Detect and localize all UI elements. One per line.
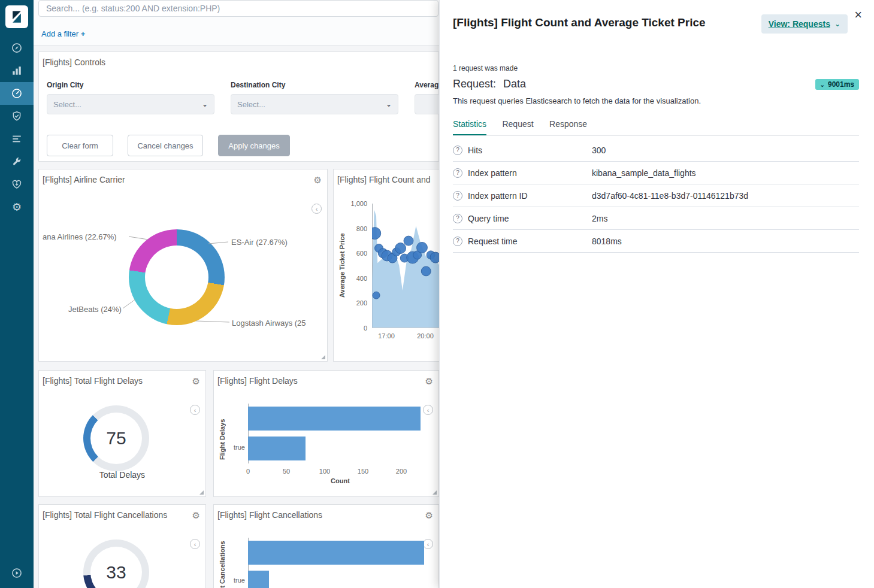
search-input[interactable] bbox=[38, 0, 438, 17]
duration-value: 9001ms bbox=[828, 80, 854, 89]
sidebar-item-management[interactable]: ⚙ bbox=[0, 196, 34, 219]
origin-city-select[interactable]: Select... ⌄ bbox=[47, 94, 214, 114]
wrench-icon bbox=[12, 157, 22, 167]
gear-icon[interactable]: ⚙ bbox=[314, 175, 322, 184]
category-label-true: true bbox=[228, 444, 245, 451]
chevron-down-icon: ⌄ bbox=[202, 100, 208, 108]
sidebar-item-dashboard[interactable] bbox=[0, 82, 34, 105]
destination-city-select[interactable]: Select... ⌄ bbox=[231, 94, 398, 114]
sidebar-item-visualize[interactable] bbox=[0, 59, 34, 82]
stat-label: Query time bbox=[468, 214, 592, 223]
heart-icon bbox=[11, 179, 22, 190]
select-placeholder: Select... bbox=[237, 100, 265, 109]
add-filter-link[interactable]: Add a filter + bbox=[41, 29, 85, 38]
stat-label: Index pattern bbox=[468, 168, 592, 178]
request-summary: 1 request was made bbox=[453, 64, 518, 72]
slice-label-kibana-airlines: ana Airlines (22.67%) bbox=[43, 232, 117, 241]
gear-icon[interactable]: ⚙ bbox=[425, 377, 433, 386]
ticket-chart-svg[interactable] bbox=[372, 204, 440, 328]
panel-controls: [Flights] Controls Origin City Select...… bbox=[38, 51, 439, 162]
bar[interactable] bbox=[248, 541, 424, 565]
statistics-table: ? Hits 300 ? Index pattern kibana_sample… bbox=[453, 139, 859, 253]
slice-label-es-air: ES-Air (27.67%) bbox=[231, 238, 288, 247]
tab-request[interactable]: Request bbox=[502, 119, 533, 134]
delays-gauge-value: 75 bbox=[83, 405, 149, 471]
panel-total-flight-delays: [Flights] Total Flight Delays ⚙ ‹ 75 Tot… bbox=[38, 370, 206, 497]
view-requests-dropdown[interactable]: View: Requests ⌄ bbox=[761, 14, 848, 34]
delays-bars bbox=[248, 404, 428, 463]
panel-title: [Flights] Total Flight Cancellations bbox=[43, 510, 167, 520]
sidebar-item-timelion[interactable] bbox=[0, 128, 34, 150]
shield-icon bbox=[11, 111, 22, 122]
table-row: ? Query time 2ms bbox=[453, 207, 859, 230]
stat-label: Index pattern ID bbox=[468, 191, 592, 201]
origin-city-label: Origin City bbox=[47, 81, 83, 89]
tab-response[interactable]: Response bbox=[549, 119, 587, 134]
legend-toggle-icon[interactable]: ‹ bbox=[312, 204, 322, 214]
sidebar-collapse-button[interactable] bbox=[0, 562, 34, 584]
request-name: Data bbox=[503, 78, 526, 90]
kibana-logo[interactable] bbox=[5, 5, 28, 28]
gear-icon: ⚙ bbox=[12, 202, 22, 213]
question-icon[interactable]: ? bbox=[453, 146, 462, 155]
table-row: ? Hits 300 bbox=[453, 139, 859, 162]
chevron-down-icon: ⌄ bbox=[386, 100, 392, 108]
legend-toggle-icon[interactable]: ‹ bbox=[190, 405, 200, 415]
panel-total-flight-cancellations: [Flights] Total Flight Cancellations ⚙ ‹… bbox=[38, 504, 206, 588]
request-inspector-flyout: × [Flights] Flight Count and Average Tic… bbox=[439, 0, 874, 588]
lines-icon bbox=[11, 134, 22, 144]
bar[interactable] bbox=[248, 571, 269, 588]
stat-value: 300 bbox=[592, 146, 606, 155]
ticket-yticks: 1,0008006004002000 bbox=[343, 204, 367, 328]
panel-title: [Flights] Controls bbox=[43, 57, 105, 67]
slice-label-logstash: Logstash Airways (25 bbox=[232, 319, 306, 328]
panel-title: [Flights] Flight Count and bbox=[337, 175, 431, 184]
cancel-changes-button[interactable]: Cancel changes bbox=[128, 135, 203, 156]
average-label: Averag bbox=[415, 81, 438, 89]
panel-title: [Flights] Flight Delays bbox=[217, 376, 298, 386]
gauge-icon bbox=[11, 88, 22, 99]
bar[interactable] bbox=[248, 437, 306, 460]
view-requests-label: View: Requests bbox=[769, 19, 830, 29]
sidebar-item-monitoring[interactable] bbox=[0, 173, 34, 196]
request-label: Request: bbox=[453, 78, 496, 90]
chevron-down-icon: ⌄ bbox=[834, 20, 840, 28]
category-label-true: true bbox=[228, 577, 245, 584]
sidebar-item-discover[interactable] bbox=[0, 37, 34, 59]
stat-label: Hits bbox=[468, 146, 592, 155]
y-axis-title: Flight Delays bbox=[219, 407, 226, 472]
select-placeholder: Select... bbox=[53, 100, 81, 109]
request-heading: Request:Data bbox=[453, 78, 526, 90]
sidebar-item-dev-tools[interactable] bbox=[0, 150, 34, 173]
panel-airline-carrier: [Flights] Airline Carrier ⚙ ‹ ana Airlin… bbox=[38, 169, 328, 362]
legend-toggle-icon[interactable]: ‹ bbox=[190, 539, 200, 549]
stat-value: 8018ms bbox=[592, 237, 622, 246]
gear-icon[interactable]: ⚙ bbox=[425, 511, 433, 520]
gear-icon[interactable]: ⚙ bbox=[192, 511, 200, 520]
cancel-bars bbox=[248, 538, 428, 588]
question-icon[interactable]: ? bbox=[453, 214, 462, 223]
plus-icon: + bbox=[81, 29, 86, 38]
clear-form-button[interactable]: Clear form bbox=[47, 135, 113, 156]
sidebar-item-security[interactable] bbox=[0, 105, 34, 128]
apply-changes-button[interactable]: Apply changes bbox=[218, 135, 290, 156]
question-icon[interactable]: ? bbox=[453, 168, 462, 178]
bar[interactable] bbox=[248, 407, 421, 431]
destination-city-label: Destination City bbox=[231, 81, 285, 89]
question-icon[interactable]: ? bbox=[453, 237, 462, 246]
delays-gauge-label: Total Delays bbox=[39, 470, 205, 480]
close-icon[interactable]: × bbox=[854, 8, 862, 22]
slice-label-jetbeats: JetBeats (24%) bbox=[68, 305, 122, 314]
chevron-down-icon: ⌄ bbox=[820, 81, 825, 88]
table-row: ? Index pattern ID d3d7af60-4c81-11e8-b3… bbox=[453, 184, 859, 207]
sidebar: ⚙ bbox=[0, 0, 34, 588]
duration-badge[interactable]: ⌄ 9001ms bbox=[815, 79, 859, 90]
y-axis-title: Flight Cancellations bbox=[219, 534, 226, 588]
gear-icon[interactable]: ⚙ bbox=[192, 377, 200, 386]
panel-flight-delays: [Flights] Flight Delays ⚙ ‹ Flight Delay… bbox=[213, 370, 439, 497]
question-icon[interactable]: ? bbox=[453, 191, 462, 201]
flyout-title: [Flights] Flight Count and Average Ticke… bbox=[453, 16, 706, 29]
tab-statistics[interactable]: Statistics bbox=[453, 119, 486, 135]
table-row: ? Request time 8018ms bbox=[453, 230, 859, 253]
x-axis-title: Count bbox=[331, 477, 350, 484]
